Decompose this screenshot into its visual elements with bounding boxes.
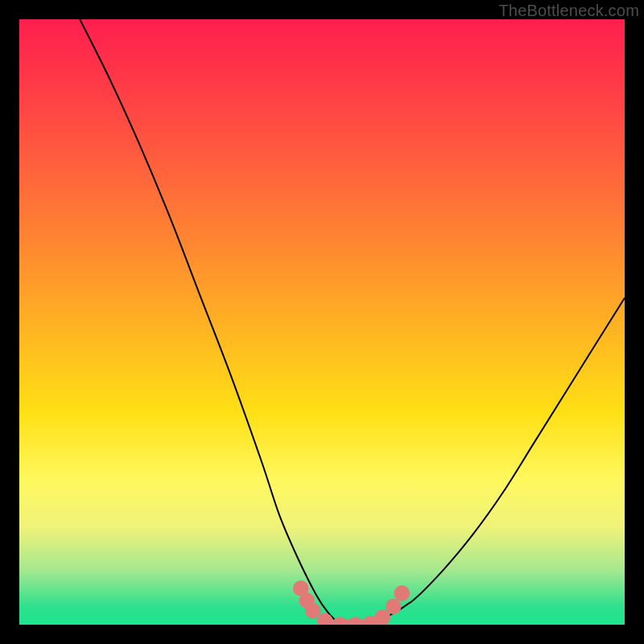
trough-marker [386,599,402,615]
chart-frame: TheBottleneck.com [0,0,644,644]
watermark-text: TheBottleneck.com [498,2,639,20]
trough-markers [293,580,410,625]
left-branch-curve [80,19,340,625]
trough-marker [348,617,364,625]
plot-area [19,19,625,625]
trough-marker [332,617,349,625]
trough-marker [394,585,410,601]
right-branch-curve [341,298,625,625]
chart-svg [19,19,625,625]
trough-marker [305,603,321,619]
